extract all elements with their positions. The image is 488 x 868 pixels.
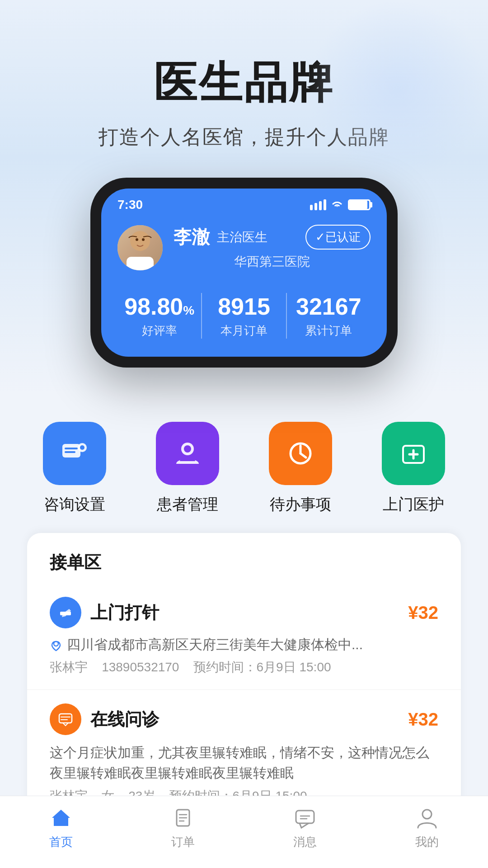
order-name-2: 在线问诊 (90, 708, 408, 731)
stat-monthly-value: 8915 (202, 293, 286, 320)
order-detail-2: 这个月症状加重，尤其夜里辗转难眠，情绪不安，这种情况怎么夜里辗转难眠夜里辗转难眠… (50, 742, 438, 783)
order-section-title: 接单区 (27, 533, 461, 583)
nav-home[interactable]: 首页 (0, 805, 122, 850)
svg-point-10 (184, 445, 191, 453)
nav-messages-label: 消息 (293, 834, 317, 850)
doctor-hospital: 华西第三医院 (174, 253, 371, 270)
order-price-1: ¥32 (408, 603, 438, 623)
profile-icon (414, 805, 440, 830)
quick-actions: 咨询设置 患者管理 待办事项 (0, 395, 488, 533)
order-meta-1: 张林宇 13890532170 预约时间：6月9日 15:00 (50, 659, 438, 676)
nav-profile-label: 我的 (415, 834, 439, 850)
avatar (117, 225, 163, 270)
stat-total-label: 累计订单 (287, 323, 371, 339)
order-phone-1: 13890532170 (102, 660, 179, 674)
order-item-1[interactable]: 上门打针 ¥32 四川省成都市高新区天府三街美年大健康体检中... 张林宇 13… (27, 583, 461, 690)
phone-mockup-container: 7:30 (0, 178, 488, 368)
percent-sign: % (183, 303, 194, 317)
signal-icon (310, 199, 326, 210)
order-type-icon-1 (50, 597, 81, 628)
stat-rating-value: 98.80% (117, 293, 201, 320)
patient-label: 患者管理 (157, 494, 218, 515)
svg-rect-1 (127, 257, 154, 270)
svg-rect-25 (58, 821, 64, 826)
order-patient-1: 张林宇 (50, 660, 88, 674)
homecare-label: 上门医护 (383, 494, 444, 515)
todo-label: 待办事项 (270, 494, 331, 515)
status-bar: 7:30 (101, 189, 387, 216)
avatar-image (117, 225, 163, 270)
hero-section: 医生品牌 打造个人名医馆，提升个人品牌 7:30 (0, 0, 488, 395)
home-icon (48, 805, 74, 830)
stat-monthly: 8915 本月订单 (202, 293, 286, 339)
phone-screen: 7:30 (101, 189, 387, 357)
order-type-icon-2 (50, 703, 81, 735)
hero-bg-decoration (307, 0, 488, 181)
status-icons (310, 198, 371, 212)
doctor-info: 李澈 主治医生 ✓已认证 华西第三医院 (174, 225, 371, 270)
orders-icon (170, 805, 196, 830)
svg-rect-30 (296, 811, 314, 823)
svg-line-13 (300, 453, 306, 458)
nav-messages[interactable]: 消息 (244, 805, 366, 850)
consult-icon (43, 422, 106, 485)
stats-row: 98.80% 好评率 8915 本月订单 32167 累计订单 (101, 284, 387, 357)
signal-bar-3 (319, 201, 322, 210)
action-patient[interactable]: 患者管理 (156, 422, 219, 515)
signal-bar-1 (310, 205, 313, 210)
order-price-2: ¥32 (408, 709, 438, 730)
homecare-icon (382, 422, 445, 485)
bottom-nav: 首页 订单 消息 我的 (0, 796, 488, 868)
order-top-1: 上门打针 ¥32 (50, 597, 438, 628)
order-name-1: 上门打针 (90, 601, 408, 624)
order-appointment-1: 预约时间：6月9日 15:00 (193, 660, 331, 674)
order-address-1: 四川省成都市高新区天府三街美年大健康体检中... (50, 636, 438, 654)
order-address-text-1: 四川省成都市高新区天府三街美年大健康体检中... (67, 636, 363, 654)
action-todo[interactable]: 待办事项 (269, 422, 332, 515)
svg-point-3 (142, 238, 145, 241)
messages-icon (292, 805, 318, 830)
wifi-icon (331, 198, 343, 212)
svg-point-0 (130, 231, 150, 251)
doctor-profile: 李澈 主治医生 ✓已认证 华西第三医院 (101, 216, 387, 284)
svg-point-8 (80, 445, 84, 450)
doctor-title-text: 主治医生 (217, 229, 267, 246)
doctor-name: 李澈 (174, 225, 210, 250)
todo-icon (269, 422, 332, 485)
patient-icon (156, 422, 219, 485)
stat-rating-label: 好评率 (117, 323, 201, 339)
nav-orders-label: 订单 (171, 834, 195, 850)
battery-fill (349, 201, 367, 209)
consult-label: 咨询设置 (44, 494, 105, 515)
svg-rect-4 (62, 444, 80, 458)
signal-bar-2 (314, 203, 317, 210)
verified-badge: ✓已认证 (305, 225, 371, 250)
svg-point-2 (136, 238, 138, 241)
doctor-name-row: 李澈 主治医生 ✓已认证 (174, 225, 371, 250)
nav-profile[interactable]: 我的 (366, 805, 488, 850)
stat-total: 32167 累计订单 (287, 293, 371, 339)
order-top-2: 在线问诊 ¥32 (50, 703, 438, 735)
phone-time: 7:30 (117, 198, 143, 212)
action-consult[interactable]: 咨询设置 (43, 422, 106, 515)
svg-rect-19 (59, 714, 72, 723)
battery-icon (348, 199, 371, 210)
nav-home-label: 首页 (49, 834, 73, 850)
stat-total-value: 32167 (287, 293, 371, 320)
action-homecare[interactable]: 上门医护 (382, 422, 445, 515)
phone-mockup: 7:30 (90, 178, 398, 368)
location-icon-1 (50, 639, 62, 651)
svg-point-33 (422, 810, 432, 819)
stat-rating: 98.80% 好评率 (117, 293, 202, 339)
nav-orders[interactable]: 订单 (122, 805, 244, 850)
signal-bar-4 (324, 199, 326, 210)
stat-monthly-label: 本月订单 (202, 323, 286, 339)
